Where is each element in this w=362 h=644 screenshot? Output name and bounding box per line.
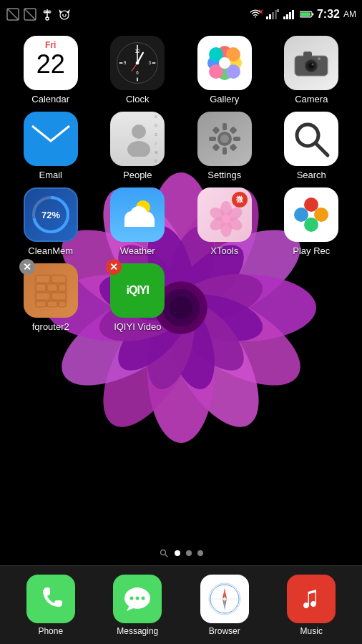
- svg-point-77: [219, 57, 230, 69]
- messaging-dock-label: Messaging: [117, 626, 158, 636]
- calendar-label: Calendar: [31, 94, 69, 104]
- status-ampm: AM: [343, 9, 356, 19]
- playrec-icon: [284, 187, 338, 242]
- svg-line-132: [165, 555, 167, 557]
- svg-rect-25: [292, 10, 294, 19]
- svg-point-131: [161, 550, 166, 555]
- svg-rect-95: [212, 126, 220, 134]
- gallery-icon: [197, 36, 252, 90]
- iqiyi-icon-container: ✕ iQIYI: [110, 263, 165, 321]
- svg-text:6: 6: [136, 70, 139, 75]
- browser-dock-label: Browser: [209, 626, 240, 636]
- svg-point-85: [318, 57, 321, 60]
- no-sim-2-icon: [23, 7, 37, 21]
- svg-rect-122: [52, 275, 66, 283]
- svg-point-87: [132, 125, 146, 139]
- clock-app[interactable]: 12 6 9 3 Clock: [102, 36, 173, 104]
- svg-text:72%: 72%: [41, 210, 60, 220]
- page-indicators: [0, 548, 362, 558]
- status-bar: 7:32 AM: [0, 0, 362, 29]
- people-app[interactable]: A D G J M P People: [102, 112, 173, 180]
- svg-rect-93: [209, 137, 216, 141]
- status-time: 7:32: [317, 8, 340, 21]
- svg-rect-96: [229, 126, 237, 134]
- signal-1-icon: [265, 7, 280, 21]
- camera-icon: [284, 36, 338, 90]
- camera-app[interactable]: Camera: [275, 36, 347, 104]
- svg-rect-126: [36, 293, 50, 300]
- music-dock-icon: [287, 575, 336, 623]
- svg-rect-128: [36, 301, 46, 307]
- browser-dock-icon: [200, 575, 249, 623]
- music-dock-label: Music: [300, 626, 323, 636]
- svg-rect-92: [222, 147, 227, 155]
- phone-dock-item[interactable]: Phone: [26, 575, 75, 636]
- email-label: Email: [39, 170, 62, 180]
- iqiyi-label: IQIYI Video: [114, 321, 161, 332]
- svg-rect-80: [303, 52, 312, 57]
- calendar-icon: Fri 22: [24, 36, 78, 90]
- calendar-day: 22: [36, 50, 65, 79]
- svg-point-84: [312, 64, 314, 66]
- app-row-1: Fri 22 Calendar 12 6 9 3: [7, 36, 355, 104]
- iqiyi-app[interactable]: ✕ iQIYI IQIYI Video: [102, 263, 173, 332]
- svg-point-137: [142, 596, 145, 600]
- page-dot-2[interactable]: [186, 550, 192, 556]
- calendar-app[interactable]: Fri 22 Calendar: [15, 36, 87, 104]
- cleanmem-label: CleanMem: [28, 245, 73, 256]
- svg-rect-121: [36, 275, 50, 283]
- gallery-app[interactable]: Gallery: [189, 36, 260, 104]
- svg-point-13: [65, 14, 67, 16]
- page-dot-1[interactable]: [175, 550, 180, 556]
- svg-rect-124: [47, 284, 57, 291]
- page-indicator-search-icon: [159, 548, 169, 558]
- iqiyi-text: iQIYI: [127, 284, 149, 297]
- settings-label: Settings: [207, 170, 241, 180]
- playrec-label: Play Rec: [293, 245, 330, 256]
- page-dot-3[interactable]: [197, 550, 203, 556]
- email-app[interactable]: Email: [15, 112, 87, 180]
- cleanmem-app[interactable]: 72% CleanMem: [15, 187, 87, 256]
- dock: Phone Messaging: [0, 565, 362, 644]
- settings-icon: [197, 112, 252, 166]
- fqrouter-label: fqrouter2: [32, 321, 69, 332]
- svg-rect-94: [233, 137, 240, 141]
- svg-text:3: 3: [149, 60, 152, 65]
- playrec-app[interactable]: Play Rec: [275, 187, 347, 256]
- app-row-2: Email A D G J M P People: [7, 112, 355, 180]
- music-dock-item[interactable]: Music: [287, 575, 336, 636]
- svg-rect-23: [286, 14, 288, 19]
- cat-face-icon: [57, 7, 72, 21]
- no-sim-1-icon: [6, 7, 20, 21]
- fqrouter-app[interactable]: ✕: [15, 263, 87, 332]
- search-app[interactable]: Search: [275, 112, 347, 180]
- svg-point-115: [222, 215, 230, 223]
- svg-rect-24: [289, 12, 291, 19]
- svg-rect-108: [124, 218, 155, 227]
- messaging-dock-item[interactable]: Messaging: [113, 575, 162, 636]
- people-label: People: [123, 170, 152, 180]
- search-icon: [284, 112, 338, 166]
- svg-rect-16: [266, 16, 268, 19]
- svg-point-135: [130, 596, 134, 600]
- status-icons-right: 7:32 AM: [248, 7, 356, 21]
- xtools-label: XTools: [210, 245, 238, 256]
- phone-dock-label: Phone: [38, 626, 63, 636]
- settings-app[interactable]: Settings: [189, 112, 260, 180]
- svg-rect-27: [312, 13, 313, 15]
- status-icons-left: [6, 7, 72, 21]
- svg-rect-22: [283, 16, 285, 19]
- xtools-app[interactable]: 微 XTools: [189, 187, 260, 256]
- svg-point-90: [220, 135, 229, 143]
- svg-point-12: [62, 14, 64, 16]
- signal-2-icon: [283, 7, 297, 21]
- gallery-label: Gallery: [210, 94, 239, 104]
- fqrouter-delete-badge[interactable]: ✕: [19, 259, 35, 275]
- weather-app[interactable]: Weather: [102, 187, 173, 256]
- svg-rect-91: [222, 123, 227, 130]
- svg-line-100: [315, 143, 328, 155]
- camera-label: Camera: [295, 94, 328, 104]
- app-row-3: 72% CleanMem Weather: [7, 187, 355, 256]
- browser-dock-item[interactable]: Browser: [200, 575, 249, 636]
- svg-rect-123: [36, 284, 46, 291]
